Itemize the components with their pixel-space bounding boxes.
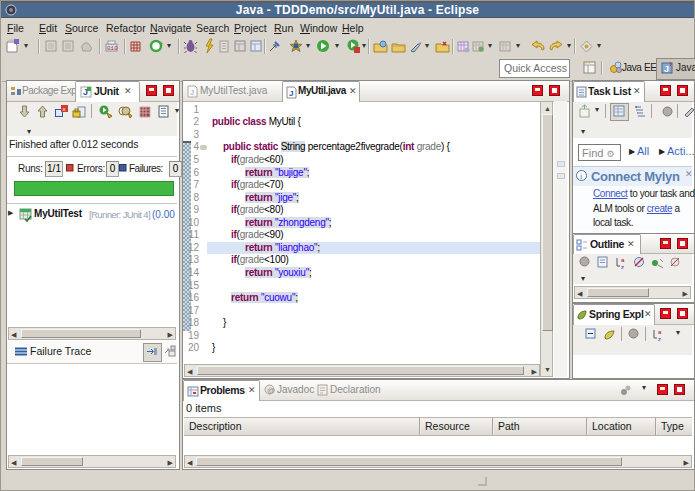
svg-text:x: x [63, 106, 66, 112]
svg-text:J: J [664, 64, 669, 74]
svg-text:z: z [621, 264, 624, 270]
svg-text:a: a [658, 329, 662, 335]
svg-text:010: 010 [107, 45, 118, 52]
svg-text:J: J [289, 89, 293, 98]
svg-text:J: J [190, 88, 194, 97]
svg-text:@: @ [267, 386, 275, 395]
svg-text:z: z [658, 336, 661, 342]
svg-text:a: a [621, 257, 625, 263]
